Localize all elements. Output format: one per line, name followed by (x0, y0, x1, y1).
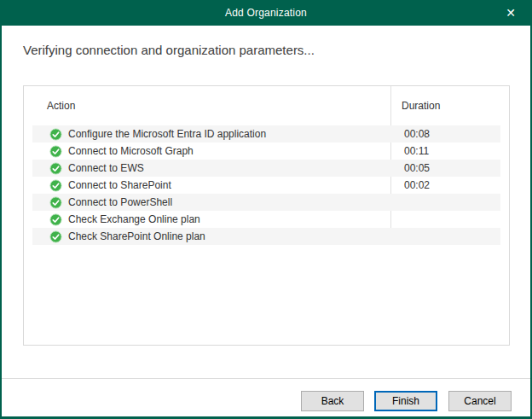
action-label: Configure the Microsoft Entra ID applica… (68, 128, 266, 140)
cancel-button[interactable]: Cancel (448, 391, 512, 411)
check-success-icon (49, 179, 62, 192)
duration-value: 00:05 (390, 162, 500, 174)
column-header-duration: Duration (390, 86, 509, 125)
action-label: Check Exchange Online plan (68, 213, 200, 225)
table-row: Connect to EWS 00:05 (32, 160, 500, 177)
close-icon[interactable]: ✕ (496, 0, 525, 26)
table-rows: Configure the Microsoft Entra ID applica… (24, 125, 509, 245)
footer-divider (2, 378, 530, 379)
action-label: Connect to PowerShell (68, 196, 172, 208)
duration-value: 00:02 (390, 179, 500, 191)
action-label: Connect to SharePoint (68, 179, 171, 191)
check-success-icon (49, 162, 62, 175)
table-row: Connect to PowerShell (32, 194, 500, 211)
verification-steps-table: Action Duration Configure the Microsoft … (23, 85, 510, 346)
check-success-icon (49, 196, 62, 209)
check-success-icon (49, 128, 62, 141)
table-header: Action Duration (24, 86, 509, 125)
check-success-icon (49, 230, 62, 243)
table-row: Connect to Microsoft Graph 00:11 (32, 143, 500, 160)
add-organization-dialog: Add Organization ✕ Verifying connection … (0, 0, 532, 419)
table-row: Configure the Microsoft Entra ID applica… (32, 125, 500, 143)
check-success-icon (49, 213, 62, 226)
action-label: Check SharePoint Online plan (68, 230, 205, 242)
action-label: Connect to EWS (68, 162, 144, 174)
check-success-icon (49, 145, 62, 158)
titlebar[interactable]: Add Organization ✕ (0, 0, 532, 26)
window-title: Add Organization (225, 7, 307, 19)
back-button[interactable]: Back (301, 391, 364, 411)
table-row: Check SharePoint Online plan (32, 228, 500, 245)
table-row: Check Exchange Online plan (32, 211, 500, 228)
table-row: Connect to SharePoint 00:02 (32, 177, 500, 194)
page-title: Verifying connection and organization pa… (23, 43, 315, 57)
duration-value: 00:08 (390, 128, 500, 140)
duration-value: 00:11 (390, 145, 500, 157)
column-header-action: Action (24, 100, 390, 112)
finish-button[interactable]: Finish (374, 391, 437, 411)
action-label: Connect to Microsoft Graph (68, 145, 194, 157)
